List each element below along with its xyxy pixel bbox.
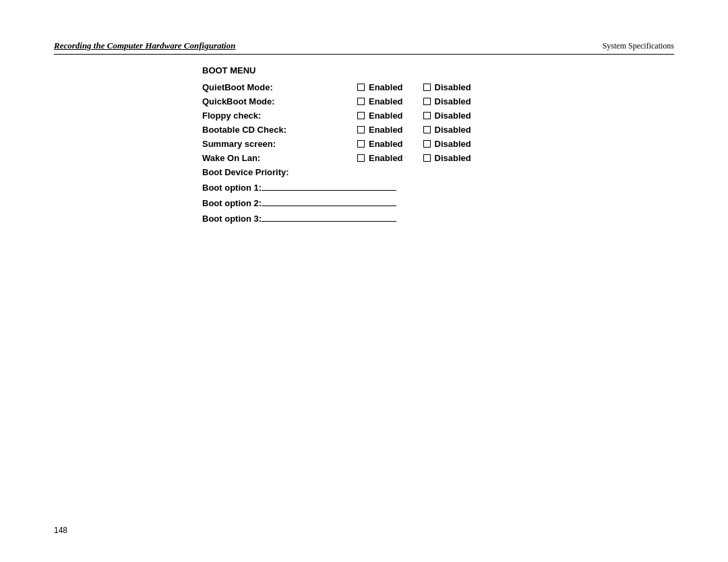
page-number: 148 <box>54 526 67 535</box>
summary-label: Summary screen: <box>202 139 357 149</box>
floppy-options: Enabled Disabled <box>357 111 491 121</box>
quickboot-disabled-label: Disabled <box>435 96 471 106</box>
bootable-cd-disabled-option[interactable]: Disabled <box>423 125 471 135</box>
summary-disabled-option[interactable]: Disabled <box>423 139 471 149</box>
summary-enabled-checkbox[interactable] <box>357 140 365 148</box>
quickboot-enabled-checkbox[interactable] <box>357 98 365 105</box>
boot-option-3-line[interactable] <box>262 212 396 222</box>
summary-disabled-label: Disabled <box>435 139 471 149</box>
boot-option-2-row: Boot option 2: <box>202 197 674 208</box>
wake-on-lan-enabled-checkbox[interactable] <box>357 154 365 162</box>
summary-disabled-checkbox[interactable] <box>423 140 431 148</box>
floppy-disabled-option[interactable]: Disabled <box>423 111 471 121</box>
floppy-disabled-checkbox[interactable] <box>423 112 431 119</box>
bootable-cd-enabled-option[interactable]: Enabled <box>357 125 403 135</box>
wake-on-lan-disabled-checkbox[interactable] <box>423 154 431 162</box>
quietboot-enabled-checkbox[interactable] <box>357 84 365 91</box>
quietboot-disabled-checkbox[interactable] <box>423 84 431 91</box>
summary-row: Summary screen: Enabled Disabled <box>202 139 674 149</box>
bootable-cd-enabled-checkbox[interactable] <box>357 126 365 133</box>
boot-option-1-label: Boot option 1: <box>202 183 262 193</box>
boot-option-2-label: Boot option 2: <box>202 198 262 208</box>
bootable-cd-row: Bootable CD Check: Enabled Disabled <box>202 125 674 135</box>
boot-option-3-row: Boot option 3: <box>202 212 674 224</box>
bootable-cd-disabled-label: Disabled <box>435 125 471 135</box>
wake-on-lan-options: Enabled Disabled <box>357 153 491 163</box>
quietboot-label: QuietBoot Mode: <box>202 82 357 92</box>
quietboot-enabled-option[interactable]: Enabled <box>357 82 403 92</box>
bootable-cd-label: Bootable CD Check: <box>202 125 357 135</box>
page-header: Recording the Computer Hardware Configur… <box>54 40 674 55</box>
summary-enabled-label: Enabled <box>369 139 403 149</box>
boot-option-2-line[interactable] <box>262 197 396 206</box>
summary-enabled-option[interactable]: Enabled <box>357 139 403 149</box>
floppy-disabled-label: Disabled <box>435 111 471 121</box>
quickboot-label: QuickBoot Mode: <box>202 96 357 106</box>
page-container: Recording the Computer Hardware Configur… <box>0 0 728 562</box>
quietboot-disabled-label: Disabled <box>435 82 471 92</box>
bootable-cd-options: Enabled Disabled <box>357 125 491 135</box>
floppy-row: Floppy check: Enabled Disabled <box>202 111 674 121</box>
header-title: Recording the Computer Hardware Configur… <box>54 40 235 51</box>
quickboot-row: QuickBoot Mode: Enabled Disabled <box>202 96 674 106</box>
wake-on-lan-row: Wake On Lan: Enabled Disabled <box>202 153 674 163</box>
quickboot-enabled-option[interactable]: Enabled <box>357 96 403 106</box>
quickboot-disabled-option[interactable]: Disabled <box>423 96 471 106</box>
floppy-enabled-label: Enabled <box>369 111 403 121</box>
boot-device-priority-row: Boot Device Priority: <box>202 167 674 177</box>
bootable-cd-enabled-label: Enabled <box>369 125 403 135</box>
boot-option-1-row: Boot option 1: <box>202 181 674 193</box>
boot-device-priority-label: Boot Device Priority: <box>202 167 357 177</box>
header-subtitle: System Specifications <box>603 41 674 51</box>
floppy-label: Floppy check: <box>202 111 357 121</box>
boot-option-1-line[interactable] <box>262 181 396 191</box>
quietboot-row: QuietBoot Mode: Enabled Disabled <box>202 82 674 92</box>
quietboot-enabled-label: Enabled <box>369 82 403 92</box>
quickboot-enabled-label: Enabled <box>369 96 403 106</box>
summary-options: Enabled Disabled <box>357 139 491 149</box>
quickboot-disabled-checkbox[interactable] <box>423 98 431 105</box>
wake-on-lan-enabled-label: Enabled <box>369 153 403 163</box>
wake-on-lan-label: Wake On Lan: <box>202 153 357 163</box>
boot-option-3-label: Boot option 3: <box>202 214 262 224</box>
main-content: BOOT MENU QuietBoot Mode: Enabled Disabl… <box>54 65 674 224</box>
wake-on-lan-enabled-option[interactable]: Enabled <box>357 153 403 163</box>
quietboot-options: Enabled Disabled <box>357 82 491 92</box>
section-title: BOOT MENU <box>202 65 674 75</box>
floppy-enabled-option[interactable]: Enabled <box>357 111 403 121</box>
wake-on-lan-disabled-label: Disabled <box>435 153 471 163</box>
wake-on-lan-disabled-option[interactable]: Disabled <box>423 153 471 163</box>
quietboot-disabled-option[interactable]: Disabled <box>423 82 471 92</box>
bootable-cd-disabled-checkbox[interactable] <box>423 126 431 133</box>
floppy-enabled-checkbox[interactable] <box>357 112 365 119</box>
quickboot-options: Enabled Disabled <box>357 96 491 106</box>
